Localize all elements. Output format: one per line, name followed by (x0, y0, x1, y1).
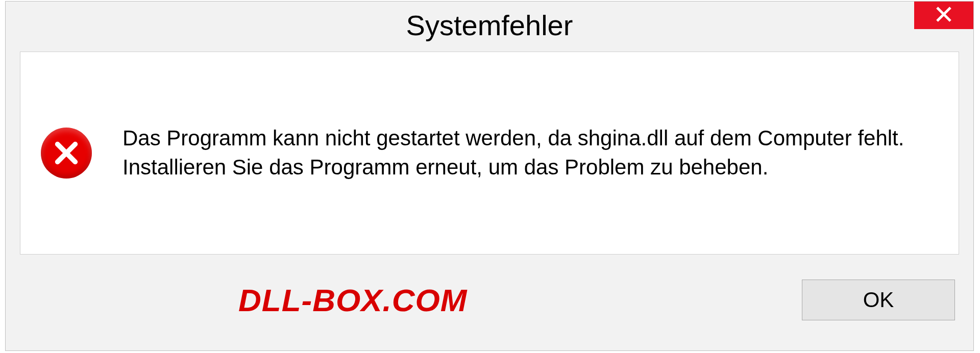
content-area: Das Programm kann nicht gestartet werden… (20, 52, 959, 255)
error-dialog: Systemfehler Das Programm kann nicht ges… (5, 1, 974, 351)
close-icon (936, 7, 951, 24)
watermark-text: DLL-BOX.COM (238, 282, 467, 318)
ok-button[interactable]: OK (802, 280, 955, 320)
ok-button-label: OK (863, 288, 894, 312)
error-icon (41, 128, 92, 179)
dialog-title: Systemfehler (406, 9, 573, 42)
dialog-footer: DLL-BOX.COM OK (6, 255, 973, 345)
close-button[interactable] (914, 2, 973, 29)
titlebar: Systemfehler (6, 2, 973, 48)
error-message: Das Programm kann nicht gestartet werden… (122, 124, 938, 182)
